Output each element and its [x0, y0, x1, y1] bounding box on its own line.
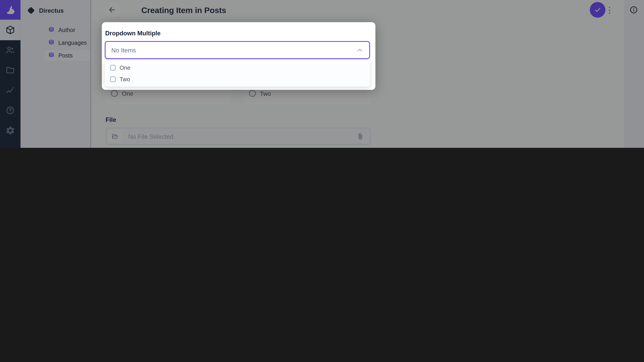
dropdown-multiple-panel: Dropdown Multiple No Items One Two	[102, 22, 375, 90]
checkbox-icon[interactable]	[110, 76, 116, 82]
chevron-up-icon	[355, 45, 364, 55]
dropdown-option-label: Two	[120, 76, 130, 82]
dropdown-option-label: One	[120, 64, 130, 71]
dropdown-multiple-label: Dropdown Multiple	[105, 29, 161, 36]
checkbox-icon[interactable]	[110, 65, 116, 70]
dropdown-options-menu: One Two	[105, 60, 370, 87]
dropdown-option-one[interactable]: One	[105, 62, 370, 73]
app-window: Directus Author Languages Posts One	[0, 0, 644, 148]
dropdown-option-two[interactable]: Two	[105, 73, 370, 85]
dropdown-value: No Items	[111, 46, 136, 54]
dropdown-multiple-input[interactable]: No Items	[105, 41, 370, 59]
